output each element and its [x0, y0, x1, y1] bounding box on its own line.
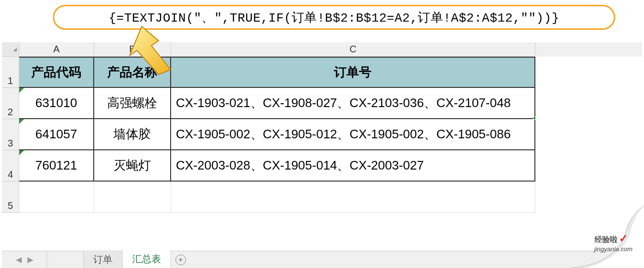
add-sheet-button[interactable]: +	[171, 255, 190, 265]
tab-next-icon[interactable]: ▶	[27, 255, 33, 264]
spreadsheet-grid: A B C 1 产品代码 产品名称 订单号 2 631010 高强螺栓 CX-1…	[2, 42, 642, 268]
tab-nav-buttons[interactable]: ◀ ▶	[2, 251, 47, 268]
cell-a4[interactable]: 760121	[19, 150, 94, 182]
select-all-corner[interactable]	[2, 42, 19, 57]
scroll-right-icon[interactable]: ▶	[632, 255, 637, 264]
cell-a2[interactable]: 631010	[19, 88, 94, 119]
cell-c3[interactable]: CX-1905-002、CX-1905-012、CX-1905-002、CX-1…	[171, 119, 535, 150]
tab-prev-icon[interactable]: ◀	[16, 255, 22, 264]
cell-a3[interactable]: 641057	[19, 119, 94, 150]
cell-c4[interactable]: CX-2003-028、CX-1905-014、CX-2003-027	[171, 150, 535, 182]
formula-bar[interactable]: {=TEXTJOIN("、",TRUE,IF(订单!B$2:B$12=A2,订单…	[53, 5, 615, 30]
row-header-3[interactable]: 3	[2, 119, 19, 150]
column-header-a[interactable]: A	[19, 42, 94, 57]
sheet-tab-bar: ◀ ▶ 订单 汇总表 + ▶	[2, 251, 642, 268]
cell-c2[interactable]: CX-1903-021、CX-1908-027、CX-2103-036、CX-2…	[171, 88, 535, 119]
row-header-5[interactable]: 5	[2, 182, 19, 213]
header-cell-order[interactable]: 订单号	[171, 57, 535, 88]
row-header-1[interactable]: 1	[2, 57, 19, 88]
cell-a5[interactable]	[19, 182, 94, 213]
header-cell-name[interactable]: 产品名称	[94, 57, 171, 88]
row-header-2[interactable]: 2	[2, 88, 19, 119]
tab-summary[interactable]: 汇总表	[123, 250, 171, 268]
cell-c5[interactable]	[171, 182, 535, 213]
column-header-b[interactable]: B	[94, 42, 171, 57]
header-cell-code[interactable]: 产品代码	[19, 57, 94, 88]
cell-b2[interactable]: 高强螺栓	[94, 88, 171, 119]
cell-b4[interactable]: 灭蝇灯	[94, 150, 171, 182]
row-header-4[interactable]: 4	[2, 150, 19, 182]
tab-orders[interactable]: 订单	[84, 250, 123, 268]
cell-b5[interactable]	[94, 182, 171, 213]
cell-b3[interactable]: 墙体胶	[94, 119, 171, 150]
fill-handle-icon[interactable]	[533, 117, 536, 120]
column-header-c[interactable]: C	[171, 42, 535, 57]
